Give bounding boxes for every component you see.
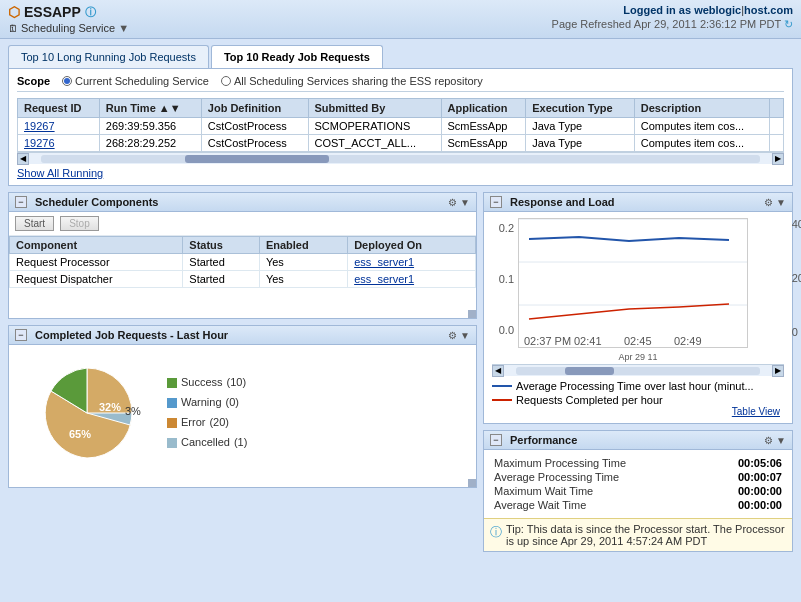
subtitle-dropdown-icon[interactable]: ▼ <box>118 22 129 34</box>
scheduler-gear[interactable]: ⚙ ▼ <box>448 197 470 208</box>
sc-component-2: Request Dispatcher <box>10 271 183 288</box>
tip-text: Tip: This data is since the Processor st… <box>506 523 786 547</box>
line-chart: 02:37 PM 02:41 02:45 02:49 40 20 0 <box>518 218 784 350</box>
start-button[interactable]: Start <box>15 216 54 231</box>
completed-collapse-icon[interactable]: − <box>15 329 27 341</box>
response-gear[interactable]: ⚙ ▼ <box>764 197 786 208</box>
sc-deployed-2[interactable]: ess_server1 <box>354 273 414 285</box>
completed-gear[interactable]: ⚙ ▼ <box>448 330 470 341</box>
show-all-running[interactable]: Show All Running <box>17 167 103 179</box>
application-1: ScmEssApp <box>441 118 526 135</box>
tab-long-running[interactable]: Top 10 Long Running Job Requests <box>8 45 209 68</box>
list-item: Request Processor Started Yes ess_server… <box>10 254 476 271</box>
description-1: Computes item cos... <box>634 118 769 135</box>
main-content: Top 10 Long Running Job Requests Top 10 … <box>0 39 801 558</box>
pie-chart: 32% 65% 3% <box>17 353 157 473</box>
col-request-id: Request ID <box>18 99 100 118</box>
radio-current-icon <box>62 76 72 86</box>
stop-button[interactable]: Stop <box>60 216 99 231</box>
scheduler-table: Component Status Enabled Deployed On Req… <box>9 236 476 288</box>
chart-hscroll[interactable]: ◀ ▶ <box>492 364 784 376</box>
chart-hscroll-track[interactable] <box>516 367 760 375</box>
legend-warning-box <box>167 398 177 408</box>
row-scroll-1 <box>770 118 784 135</box>
header-left: ⬡ ESSAPP ⓘ 🗓 Scheduling Service ▼ <box>8 4 129 34</box>
scope-current[interactable]: Current Scheduling Service <box>62 75 209 87</box>
perf-row-avg-proc: Average Processing Time 00:00:07 <box>494 470 782 484</box>
hscroll-right[interactable]: ▶ <box>772 153 784 165</box>
performance-gear[interactable]: ⚙ ▼ <box>764 435 786 446</box>
refresh-date: Apr 29, 2011 2:36:12 PM PDT <box>634 18 781 30</box>
red-line-icon <box>492 399 512 401</box>
col-scroll-placeholder <box>770 99 784 118</box>
legend-error-box <box>167 418 177 428</box>
col-exec-type: Execution Type <box>526 99 635 118</box>
completed-title: − Completed Job Requests - Last Hour <box>15 329 228 341</box>
legend-success: Success (10) <box>167 373 247 393</box>
host: host.com <box>744 4 793 16</box>
legend-warning: Warning (0) <box>167 393 247 413</box>
sc-col-enabled: Enabled <box>259 237 347 254</box>
tip-icon: ⓘ <box>490 524 502 541</box>
table-row: 19276 268:28:29.252 CstCostProcess COST_… <box>18 135 784 152</box>
perf-row-max-wait: Maximum Wait Time 00:00:00 <box>494 484 782 498</box>
completed-header: − Completed Job Requests - Last Hour ⚙ ▼ <box>9 326 476 345</box>
request-id-link-2[interactable]: 19276 <box>24 137 55 149</box>
scheduler-toolbar: Start Stop <box>9 212 476 236</box>
legend-blue: Average Processing Time over last hour (… <box>492 380 784 392</box>
performance-collapse-icon[interactable]: − <box>490 434 502 446</box>
sc-deployed-1[interactable]: ess_server1 <box>354 256 414 268</box>
svg-text:02:41: 02:41 <box>574 335 602 347</box>
submitted-by-1: SCMOPERATIONS <box>308 118 441 135</box>
sc-col-status: Status <box>183 237 260 254</box>
y-label-mid: 0.1 <box>499 273 514 285</box>
pie-legend: Success (10) Warning (0) Error (20) <box>167 373 247 452</box>
col-job-def: Job Definition <box>201 99 308 118</box>
request-id-link-1[interactable]: 19267 <box>24 120 55 132</box>
completed-panel: − Completed Job Requests - Last Hour ⚙ ▼ <box>8 325 477 488</box>
page-refreshed: Page Refreshed Apr 29, 2011 2:36:12 PM P… <box>552 18 793 31</box>
sc-enabled-1: Yes <box>259 254 347 271</box>
tip-box: ⓘ Tip: This data is since the Processor … <box>484 518 792 551</box>
refresh-icon[interactable]: ↻ <box>784 18 793 30</box>
hscroll-track[interactable] <box>41 155 760 163</box>
hscroll-left[interactable]: ◀ <box>17 153 29 165</box>
col-submitted-by: Submitted By <box>308 99 441 118</box>
chart-area: 0.2 0.1 0.0 <box>484 212 792 423</box>
sc-status-1: Started <box>183 254 260 271</box>
performance-title: − Performance <box>490 434 577 446</box>
completed-content: 32% 65% 3% Success (10) <box>9 345 476 481</box>
run-time-2: 268:28:29.252 <box>99 135 201 152</box>
tabs: Top 10 Long Running Job Requests Top 10 … <box>8 45 793 68</box>
top-panel: Scope Current Scheduling Service All Sch… <box>8 68 793 186</box>
sort-icon[interactable]: ▲▼ <box>159 102 181 114</box>
table-view-link[interactable]: Table View <box>492 406 784 417</box>
y-label-bot: 0.0 <box>499 324 514 336</box>
legend-success-box <box>167 378 177 388</box>
completed-resize-handle[interactable] <box>468 479 476 487</box>
header-right: Logged in as weblogic|host.com Page Refr… <box>552 4 793 31</box>
info-icon[interactable]: ⓘ <box>85 5 96 20</box>
chart-hscroll-left[interactable]: ◀ <box>492 365 504 377</box>
legend-cancelled: Cancelled (1) <box>167 433 247 453</box>
tab-ready[interactable]: Top 10 Ready Job Requests <box>211 45 383 68</box>
scheduler-collapse-icon[interactable]: − <box>15 196 27 208</box>
performance-panel: − Performance ⚙ ▼ Maximum Processing Tim… <box>483 430 793 552</box>
response-collapse-icon[interactable]: − <box>490 196 502 208</box>
scope-all[interactable]: All Scheduling Services sharing the ESS … <box>221 75 483 87</box>
hscroll-thumb[interactable] <box>185 155 329 163</box>
y-right-mid: 20 <box>792 272 801 284</box>
chart-hscroll-thumb[interactable] <box>565 367 614 375</box>
table-hscroll[interactable]: ◀ ▶ <box>17 152 784 164</box>
chart-hscroll-right[interactable]: ▶ <box>772 365 784 377</box>
sc-enabled-2: Yes <box>259 271 347 288</box>
svg-text:02:37 PM: 02:37 PM <box>524 335 571 347</box>
scheduler-resize-handle[interactable] <box>468 310 476 318</box>
perf-row-max-proc: Maximum Processing Time 00:05:06 <box>494 456 782 470</box>
scheduler-title: − Scheduler Components <box>15 196 158 208</box>
response-header: − Response and Load ⚙ ▼ <box>484 193 792 212</box>
scheduler-panel: − Scheduler Components ⚙ ▼ Start Stop Co… <box>8 192 477 319</box>
scope-bar: Scope Current Scheduling Service All Sch… <box>17 75 784 92</box>
perf-row-avg-wait: Average Wait Time 00:00:00 <box>494 498 782 512</box>
left-panels: − Scheduler Components ⚙ ▼ Start Stop Co… <box>8 192 477 552</box>
